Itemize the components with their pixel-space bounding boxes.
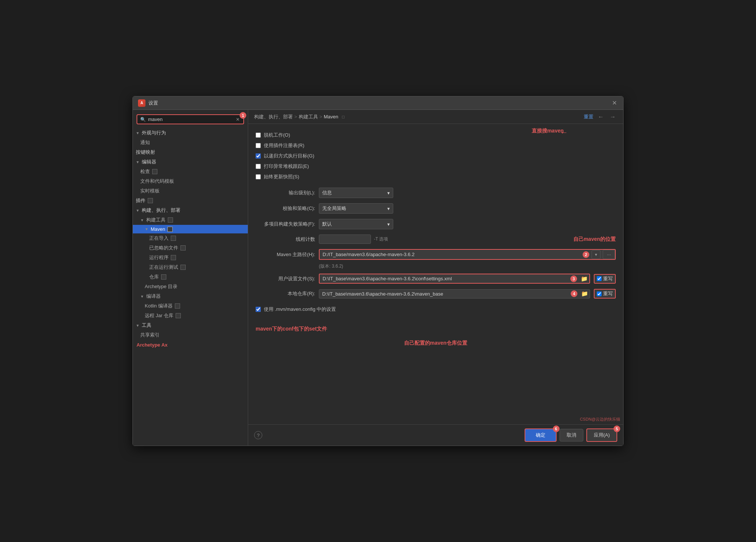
sidebar-item-ignored-files[interactable]: 已忽略的文件: [133, 243, 248, 253]
dialog-title: 设置: [148, 100, 158, 106]
sidebar-item-inspection[interactable]: 检查: [133, 167, 248, 176]
output-level-select[interactable]: 信息 ▾: [319, 188, 393, 198]
sidebar-item-maven[interactable]: ▼ Maven: [133, 225, 248, 233]
sidebar-item-build[interactable]: ▼ 构建、执行、部署: [133, 205, 248, 215]
sidebar-item-build-tools[interactable]: ▼ 构建工具: [133, 215, 248, 225]
form-row-output-level: 输出级别(L): 信息 ▾: [256, 185, 616, 201]
sidebar-item-keymap[interactable]: 按键映射: [133, 147, 248, 157]
chevron-down-icon: ▼: [136, 131, 140, 135]
sidebar-item-compiler[interactable]: ▼ 编译器: [133, 291, 248, 301]
maven-home-browse[interactable]: ···: [603, 250, 615, 259]
breadcrumb: 构建、执行、部署 > 构建工具 > Maven □: [254, 114, 345, 120]
page-icon: [171, 255, 176, 260]
checkbox-plugin-input[interactable]: [256, 143, 261, 148]
output-level-control: 信息 ▾: [319, 188, 616, 198]
page-icon: [180, 245, 186, 251]
page-icon: [176, 313, 181, 318]
thread-count-area: -T 选项: [319, 235, 388, 244]
sidebar-item-appearance[interactable]: ▼ 外观与行为: [133, 128, 248, 138]
checkbox-plugin-label[interactable]: 使用插件注册表(R): [264, 142, 304, 149]
title-bar-left: A 设置: [138, 99, 158, 107]
page-icon: [161, 274, 166, 280]
user-settings-input[interactable]: [320, 274, 568, 283]
annotation-repo-position: 自己配置的maven仓库位置: [256, 340, 616, 347]
sidebar-item-shared-index[interactable]: 共享索引: [133, 330, 248, 340]
sidebar-item-notifications[interactable]: 通知: [133, 138, 248, 147]
checkbox-recursive-label[interactable]: 以递归方式执行目标(G): [264, 153, 314, 159]
clear-search-button[interactable]: ✕: [235, 117, 240, 122]
override-settings-checkbox[interactable]: [597, 276, 602, 281]
maven-home-dropdown[interactable]: ▾: [592, 250, 600, 259]
checkbox-offline-input[interactable]: [256, 133, 261, 138]
form-row-thread-count: 线程计数 -T 选项 自己maven的位置: [256, 232, 616, 246]
checkbox-stack-input[interactable]: [256, 164, 261, 169]
sidebar-item-archetype[interactable]: Archetype 目录: [133, 282, 248, 291]
local-repo-input[interactable]: [319, 290, 568, 298]
form-row-maven-home: Maven 主路径(H): 2 ▾ ···: [256, 246, 616, 262]
local-repo-control: 4 📁 重写: [319, 289, 616, 299]
checkbox-update-label[interactable]: 始终更新快照(S): [264, 173, 299, 180]
override-repo-checkbox[interactable]: [597, 291, 602, 296]
maven-version-hint: (版本: 3.6.2): [256, 262, 616, 271]
form-row-local-repo: 本地仓库(R): 4 📁 重写: [256, 286, 616, 301]
chevron-down-icon: ▼: [140, 294, 144, 299]
sidebar-item-importing[interactable]: 正在导入: [133, 233, 248, 243]
watermark-text: CSDN@云边的快乐猫: [580, 417, 620, 422]
checksum-select[interactable]: 无全局策略 ▾: [319, 203, 393, 214]
form-row-user-settings: 用户设置文件(S): 3 📁 重写: [256, 271, 616, 286]
local-repo-browse[interactable]: 📁: [580, 290, 590, 298]
apply-button[interactable]: 应用(A): [586, 428, 617, 442]
checksum-control: 无全局策略 ▾: [319, 203, 616, 214]
local-repo-label: 本地仓库(R):: [256, 290, 315, 297]
ok-button[interactable]: 确定: [525, 428, 557, 442]
sidebar-item-tools[interactable]: ▼ 工具: [133, 321, 248, 330]
cancel-button[interactable]: 取消: [560, 429, 583, 441]
thread-count-control: -T 选项: [319, 235, 570, 244]
search-icon: 🔍: [140, 117, 146, 122]
annotation-arrow-left: ←: [560, 128, 568, 137]
multiproject-label: 多项目构建失败策略(F):: [256, 221, 315, 227]
breadcrumb-sep-1: >: [294, 114, 297, 119]
checkbox-offline-label[interactable]: 脱机工作(O): [264, 132, 290, 138]
page-icon: [148, 198, 153, 203]
multiproject-select[interactable]: 默认 ▾: [319, 219, 393, 229]
maven-home-input[interactable]: [320, 250, 580, 259]
close-button[interactable]: ✕: [611, 99, 618, 107]
override-settings-label[interactable]: 重写: [603, 275, 613, 282]
sidebar-item-repository[interactable]: 仓库: [133, 272, 248, 282]
checksum-label: 校验和策略(C):: [256, 205, 315, 212]
sidebar-item-kotlin-compiler[interactable]: Kotlin 编译器: [133, 301, 248, 311]
override-repo-label[interactable]: 重写: [603, 290, 613, 297]
checkbox-update-input[interactable]: [256, 174, 261, 179]
checkbox-mvn-config-label[interactable]: 使用 .mvn/maven.config 中的设置: [264, 306, 336, 313]
checkbox-recursive-input[interactable]: [256, 153, 261, 159]
thread-count-input[interactable]: [319, 235, 371, 244]
sidebar-item-live-templates[interactable]: 实时模板: [133, 186, 248, 196]
form-row-multiproject: 多项目构建失败策略(F): 默认 ▾: [256, 216, 616, 232]
sidebar-item-file-templates[interactable]: 文件和代码模板: [133, 176, 248, 186]
help-button[interactable]: ?: [254, 431, 262, 439]
breadcrumb-bar: 构建、执行、部署 > 构建工具 > Maven □ 重置 ← →: [248, 110, 623, 124]
page-icon: [152, 169, 157, 174]
search-input[interactable]: [148, 117, 233, 122]
checkbox-plugin-registry: 使用插件注册表(R): [256, 140, 616, 151]
breadcrumb-part-1: 构建、执行、部署: [254, 114, 293, 120]
sidebar-item-running-tests[interactable]: 正在运行测试: [133, 262, 248, 272]
checkbox-stack-label[interactable]: 打印异常堆栈跟踪(E): [264, 163, 309, 170]
checkbox-mvn-config-input[interactable]: [256, 307, 261, 312]
breadcrumb-page-icon: □: [342, 115, 345, 119]
sidebar-item-remote-jar[interactable]: 远程 Jar 仓库: [133, 311, 248, 321]
forward-button[interactable]: →: [608, 114, 617, 120]
sidebar-item-runner[interactable]: 运行程序: [133, 253, 248, 262]
app-icon: A: [138, 99, 145, 107]
breadcrumb-part-2: 构建工具: [299, 114, 318, 120]
checkbox-stack-trace: 打印异常堆栈跟踪(E): [256, 161, 616, 172]
user-settings-browse[interactable]: 📁: [579, 275, 589, 283]
user-settings-control: 3 📁 重写: [319, 274, 616, 284]
back-button[interactable]: ←: [596, 114, 605, 120]
sidebar-item-editor[interactable]: ▼ 编辑器: [133, 157, 248, 167]
reset-button[interactable]: 重置: [584, 114, 593, 120]
user-settings-badge: 3: [570, 275, 577, 282]
local-repo-badge: 4: [571, 290, 577, 297]
sidebar-item-plugins[interactable]: 插件: [133, 196, 248, 205]
